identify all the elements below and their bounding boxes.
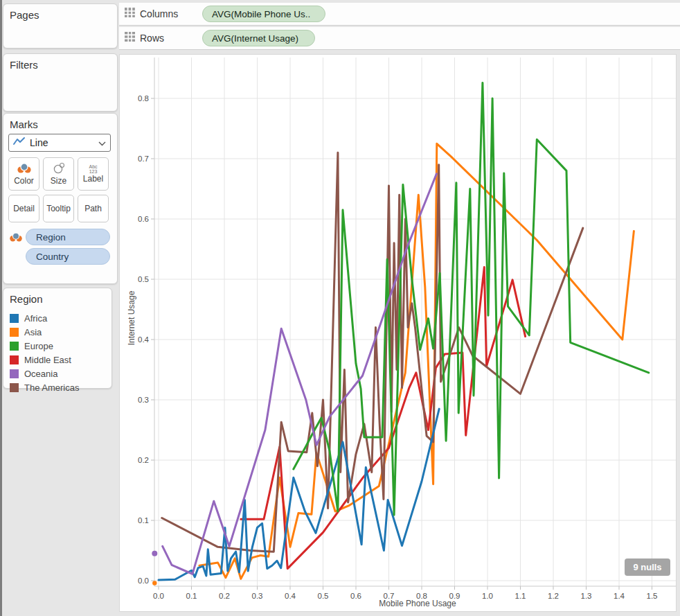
size-button-label: Size xyxy=(51,176,66,186)
the-americas-swatch xyxy=(10,383,19,392)
x-tick-label: 0.5 xyxy=(318,592,329,600)
y-tick-label: 0.6 xyxy=(138,215,149,223)
size-button[interactable]: Size xyxy=(43,157,74,191)
path-button[interactable]: Path xyxy=(78,195,109,222)
line-chart-icon xyxy=(13,137,26,149)
legend-item-africa[interactable]: Africa xyxy=(10,311,47,325)
nulls-indicator-badge[interactable]: 9 nulls xyxy=(625,558,670,576)
rows-shelf-label: Rows xyxy=(140,33,164,44)
window-edge xyxy=(0,0,2,616)
asia-swatch xyxy=(10,328,19,337)
pages-shelf[interactable]: Pages xyxy=(3,3,118,49)
label-button[interactable]: Abc123 Label xyxy=(78,157,109,191)
columns-grid-icon xyxy=(125,8,135,19)
middle-east-swatch xyxy=(10,355,19,364)
color-icon xyxy=(17,162,32,176)
x-tick-label: 1.5 xyxy=(647,592,658,600)
series-line-the-americas[interactable] xyxy=(162,152,583,552)
columns-shelf-label: Columns xyxy=(140,8,178,19)
tooltip-button-label: Tooltip xyxy=(46,204,71,213)
label-button-label: Label xyxy=(83,174,103,184)
chevron-down-icon xyxy=(98,137,106,149)
filters-shelf[interactable]: Filters xyxy=(3,53,118,112)
y-tick-label: 0.5 xyxy=(138,275,149,283)
chart-view[interactable]: 0.00.10.20.30.40.50.60.70.80.91.01.11.21… xyxy=(119,54,677,612)
data-point-oceania[interactable] xyxy=(152,551,157,556)
pages-title: Pages xyxy=(3,4,117,21)
color-button[interactable]: Color xyxy=(8,157,39,191)
rows-shelf[interactable]: Rows AVG(Internet Usage) xyxy=(119,27,680,50)
marks-card: Marks Line Color xyxy=(3,113,118,284)
legend-item-middle-east[interactable]: Middle East xyxy=(10,353,71,367)
color-button-label: Color xyxy=(14,176,34,186)
label-abc123-icon: Abc123 xyxy=(89,164,97,174)
size-icon xyxy=(52,162,66,176)
x-tick-label: 0.4 xyxy=(285,592,296,600)
x-tick-label: 1.3 xyxy=(581,592,592,600)
filters-title: Filters xyxy=(3,54,117,71)
africa-swatch xyxy=(10,314,19,323)
rows-pill-avg-internet-usage[interactable]: AVG(Internet Usage) xyxy=(202,30,315,46)
x-tick-label: 0.0 xyxy=(153,592,164,600)
x-axis-title: Mobile Phone Usage xyxy=(348,599,487,608)
legend-title: Region xyxy=(3,288,111,305)
marks-title: Marks xyxy=(3,114,117,130)
columns-shelf[interactable]: Columns AVG(Mobile Phone Us.. xyxy=(119,3,680,26)
legend-item-europe[interactable]: Europe xyxy=(10,339,53,353)
detail-button[interactable]: Detail xyxy=(8,195,39,222)
y-axis-title: Internet Usage xyxy=(127,283,136,353)
region-legend: Region Africa Asia Europe Middle East Oc… xyxy=(3,288,112,389)
y-tick-label: 0.4 xyxy=(138,335,150,344)
rows-grid-icon xyxy=(125,32,135,44)
y-tick-label: 0.0 xyxy=(138,577,149,585)
x-tick-label: 0.2 xyxy=(219,592,230,600)
europe-swatch xyxy=(10,342,19,351)
x-tick-label: 0.1 xyxy=(186,592,197,600)
y-tick-label: 0.3 xyxy=(138,396,149,404)
legend-item-asia[interactable]: Asia xyxy=(10,325,42,339)
x-tick-label: 0.3 xyxy=(252,592,263,600)
y-tick-label: 0.7 xyxy=(138,155,149,163)
y-tick-label: 0.8 xyxy=(138,94,149,103)
tooltip-button[interactable]: Tooltip xyxy=(43,195,74,222)
mark-type-value: Line xyxy=(30,137,94,148)
legend-item-oceania[interactable]: Oceania xyxy=(10,367,57,380)
detail-button-label: Detail xyxy=(13,204,35,213)
columns-pill-avg-mobile-phone-usage[interactable]: AVG(Mobile Phone Us.. xyxy=(202,6,325,22)
y-tick-label: 0.1 xyxy=(138,516,149,525)
legend-item-the-americas[interactable]: The Americas xyxy=(10,380,79,394)
path-button-label: Path xyxy=(84,204,102,213)
x-tick-label: 1.4 xyxy=(614,592,625,600)
x-tick-label: 1.2 xyxy=(548,592,559,600)
country-field-pill[interactable]: Country xyxy=(26,248,110,265)
mark-type-dropdown[interactable]: Line xyxy=(8,134,111,152)
oceania-swatch xyxy=(10,369,19,378)
x-tick-label: 1.1 xyxy=(515,592,526,600)
line-chart-plot[interactable]: 0.00.10.20.30.40.50.60.70.80.91.01.11.21… xyxy=(120,55,676,611)
y-tick-label: 0.2 xyxy=(138,456,149,464)
data-point-asia[interactable] xyxy=(152,581,156,585)
tableau-workspace: Pages Filters Marks Line Color xyxy=(0,0,680,616)
color-legend-icon xyxy=(9,231,23,245)
region-field-pill[interactable]: Region xyxy=(26,229,110,245)
